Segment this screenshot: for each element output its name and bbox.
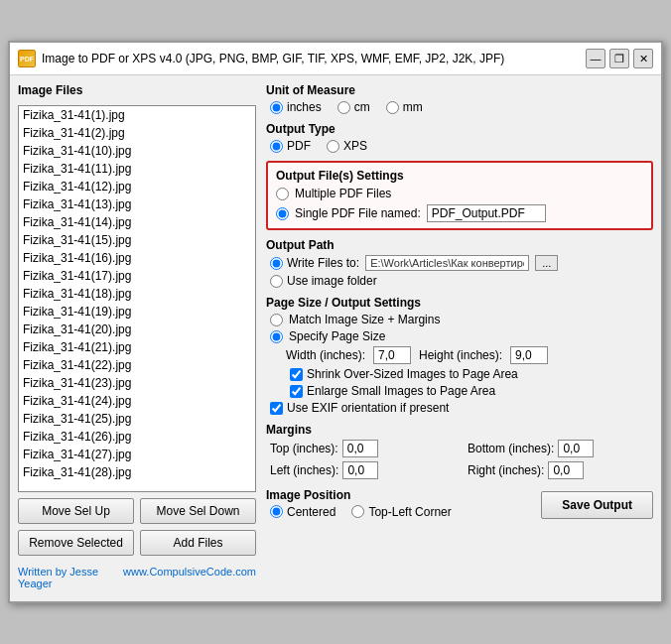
bottom-margin-row: Bottom (inches): bbox=[468, 440, 653, 457]
enlarge-option: Enlarge Small Images to Page Area bbox=[290, 384, 653, 398]
left-margin-row: Left (inches): bbox=[270, 461, 456, 479]
move-sel-up-button[interactable]: Move Sel Up bbox=[18, 498, 134, 524]
list-item[interactable]: Fizika_31-41(27).jpg bbox=[19, 446, 255, 463]
single-pdf-option[interactable]: Single PDF File named: bbox=[276, 204, 643, 222]
write-files-radio[interactable] bbox=[270, 257, 283, 270]
action-buttons-row: Remove Selected Add Files bbox=[18, 530, 256, 556]
list-item[interactable]: Fizika_31-41(23).jpg bbox=[19, 374, 255, 392]
app-icon: PDF bbox=[18, 50, 36, 67]
multiple-pdf-radio[interactable] bbox=[276, 188, 289, 200]
write-files-row: Write Files to: ... bbox=[270, 255, 653, 271]
height-input[interactable] bbox=[510, 346, 548, 364]
list-item[interactable]: Fizika_31-41(24).jpg bbox=[19, 392, 255, 410]
close-button[interactable]: ✕ bbox=[633, 49, 653, 68]
author-link[interactable]: Written by Jesse Yeager bbox=[18, 566, 123, 589]
minimize-button[interactable]: — bbox=[586, 49, 605, 68]
top-margin-row: Top (inches): bbox=[270, 440, 456, 457]
right-margin-label: Right (inches): bbox=[468, 463, 544, 477]
output-xps[interactable]: XPS bbox=[327, 139, 367, 153]
image-files-label: Image Files bbox=[18, 83, 256, 97]
unit-inches[interactable]: inches bbox=[270, 100, 322, 114]
list-item[interactable]: Fizika_31-41(18).jpg bbox=[19, 285, 255, 303]
right-margin-input[interactable] bbox=[548, 461, 584, 479]
page-size-title: Page Size / Output Settings bbox=[266, 296, 653, 310]
unit-title: Unit of Measure bbox=[266, 83, 653, 97]
match-image-option[interactable]: Match Image Size + Margins bbox=[270, 313, 653, 326]
single-pdf-label: Single PDF File named: bbox=[295, 206, 421, 220]
window-title: Image to PDF or XPS v4.0 (JPG, PNG, BMP,… bbox=[42, 52, 580, 65]
output-path-section: Output Path Write Files to: ... Use imag… bbox=[266, 238, 653, 288]
use-image-folder-label: Use image folder bbox=[287, 274, 377, 288]
restore-button[interactable]: ❐ bbox=[609, 49, 629, 68]
width-input[interactable] bbox=[373, 346, 411, 364]
left-margin-input[interactable] bbox=[342, 461, 378, 479]
centered-option[interactable]: Centered bbox=[270, 505, 336, 519]
write-files-label: Write Files to: bbox=[287, 256, 359, 270]
left-margin-label: Left (inches): bbox=[270, 463, 338, 477]
topleft-radio[interactable] bbox=[351, 505, 364, 518]
list-item[interactable]: Fizika_31-41(1).jpg bbox=[19, 106, 255, 124]
list-item[interactable]: Fizika_31-41(16).jpg bbox=[19, 249, 255, 267]
list-item[interactable]: Fizika_31-41(19).jpg bbox=[19, 303, 255, 321]
image-folder-row: Use image folder bbox=[270, 274, 653, 288]
output-path-input[interactable] bbox=[365, 255, 529, 271]
add-files-button[interactable]: Add Files bbox=[140, 530, 256, 556]
file-list[interactable]: Fizika_31-41(1).jpgFizika_31-41(2).jpgFi… bbox=[18, 105, 256, 492]
exif-checkbox[interactable] bbox=[270, 402, 283, 415]
unit-inches-label: inches bbox=[287, 100, 322, 114]
output-xps-radio[interactable] bbox=[327, 140, 339, 153]
image-position-row: Image Position Centered Top-Left Corner … bbox=[266, 487, 653, 519]
site-link[interactable]: www.CompulsiveCode.com bbox=[123, 566, 256, 589]
unit-mm-label: mm bbox=[403, 100, 423, 114]
shrink-checkbox[interactable] bbox=[290, 368, 303, 381]
page-size-section: Page Size / Output Settings Match Image … bbox=[266, 296, 653, 415]
list-item[interactable]: Fizika_31-41(14).jpg bbox=[19, 213, 255, 231]
top-margin-input[interactable] bbox=[342, 440, 378, 457]
pdf-filename-input[interactable] bbox=[427, 204, 546, 222]
bottom-margin-label: Bottom (inches): bbox=[468, 442, 554, 455]
list-item[interactable]: Fizika_31-41(28).jpg bbox=[19, 463, 255, 481]
unit-mm[interactable]: mm bbox=[386, 100, 423, 114]
specify-page-option[interactable]: Specify Page Size bbox=[270, 329, 653, 343]
top-margin-label: Top (inches): bbox=[270, 442, 338, 455]
multiple-pdf-option[interactable]: Multiple PDF Files bbox=[276, 187, 643, 200]
unit-cm[interactable]: cm bbox=[337, 100, 370, 114]
margins-title: Margins bbox=[266, 423, 653, 437]
remove-selected-button[interactable]: Remove Selected bbox=[18, 530, 134, 556]
list-item[interactable]: Fizika_31-41(11).jpg bbox=[19, 160, 255, 178]
topleft-label: Top-Left Corner bbox=[368, 505, 451, 519]
unit-cm-radio[interactable] bbox=[337, 101, 350, 114]
list-item[interactable]: Fizika_31-41(22).jpg bbox=[19, 356, 255, 374]
list-item[interactable]: Fizika_31-41(2).jpg bbox=[19, 124, 255, 142]
save-output-button[interactable]: Save Output bbox=[541, 491, 653, 519]
output-pdf[interactable]: PDF bbox=[270, 139, 311, 153]
use-image-folder-option[interactable]: Use image folder bbox=[270, 274, 377, 288]
list-item[interactable]: Fizika_31-41(13).jpg bbox=[19, 195, 255, 213]
list-item[interactable]: Fizika_31-41(26).jpg bbox=[19, 428, 255, 446]
list-item[interactable]: Fizika_31-41(15).jpg bbox=[19, 231, 255, 249]
shrink-option: Shrink Over-Sized Images to Page Area bbox=[290, 367, 653, 381]
unit-mm-radio[interactable] bbox=[386, 101, 399, 114]
output-files-options: Multiple PDF Files Single PDF File named… bbox=[276, 187, 643, 222]
write-files-option[interactable]: Write Files to: bbox=[270, 256, 359, 270]
specify-page-radio[interactable] bbox=[270, 330, 283, 343]
list-item[interactable]: Fizika_31-41(20).jpg bbox=[19, 321, 255, 338]
list-item[interactable]: Fizika_31-41(17).jpg bbox=[19, 267, 255, 285]
unit-inches-radio[interactable] bbox=[270, 101, 283, 114]
bottom-margin-input[interactable] bbox=[558, 440, 594, 457]
single-pdf-radio[interactable] bbox=[276, 207, 289, 220]
list-item[interactable]: Fizika_31-41(12).jpg bbox=[19, 178, 255, 195]
height-label: Height (inches): bbox=[419, 348, 502, 362]
centered-radio[interactable] bbox=[270, 505, 283, 518]
list-item[interactable]: Fizika_31-41(25).jpg bbox=[19, 410, 255, 428]
output-pdf-radio[interactable] bbox=[270, 140, 283, 153]
image-folder-radio[interactable] bbox=[270, 275, 283, 288]
list-item[interactable]: Fizika_31-41(21).jpg bbox=[19, 338, 255, 356]
topleft-option[interactable]: Top-Left Corner bbox=[351, 505, 451, 519]
move-sel-down-button[interactable]: Move Sel Down bbox=[140, 498, 256, 524]
browse-button[interactable]: ... bbox=[535, 255, 558, 271]
match-image-radio[interactable] bbox=[270, 314, 283, 326]
enlarge-label: Enlarge Small Images to Page Area bbox=[307, 384, 495, 398]
list-item[interactable]: Fizika_31-41(10).jpg bbox=[19, 142, 255, 160]
enlarge-checkbox[interactable] bbox=[290, 385, 303, 398]
